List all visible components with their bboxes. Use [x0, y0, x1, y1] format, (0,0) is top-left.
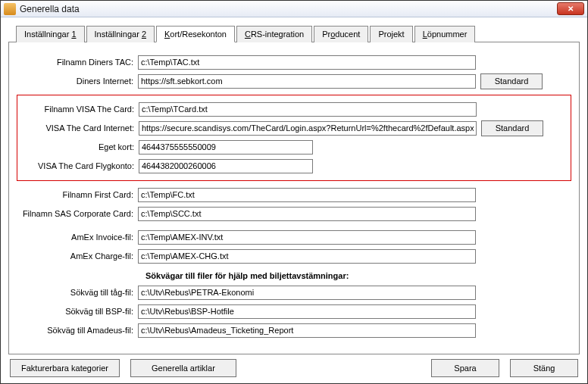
input-diners-tac[interactable] — [138, 55, 476, 70]
row-amadeus-fil: Sökväg till Amadeus-fil: — [17, 321, 571, 339]
input-tag-fil[interactable] — [138, 286, 476, 300]
row-diners-tac: Filnamn Diners TAC: — [17, 53, 571, 71]
app-icon — [4, 3, 16, 15]
tab-installningar-2[interactable]: Inställningar 2 — [86, 26, 155, 42]
row-sas-corp: Filnamn SAS Corporate Card: — [17, 204, 571, 223]
label-visa-flygkonto: VISA The Card Flygkonto: — [17, 161, 139, 170]
tab-strip: Inställningar 1 Inställningar 2 Kort/Res… — [16, 25, 580, 42]
row-visa-internet: VISA The Card Internet: Standard — [17, 119, 571, 137]
spara-button[interactable]: Spara — [431, 359, 499, 377]
input-amex-inv[interactable] — [138, 230, 476, 245]
input-sas-corp[interactable] — [138, 207, 476, 221]
row-visa-flygkonto: VISA The Card Flygkonto: — [17, 157, 571, 175]
standard-button-diners[interactable]: Standard — [480, 73, 543, 89]
row-eget-kort: Eget kort: — [17, 138, 571, 156]
titlebar: Generella data ✕ — [1, 1, 587, 17]
tab-producent[interactable]: Producent — [314, 26, 368, 42]
standard-button-visa[interactable]: Standard — [481, 120, 543, 136]
generella-artiklar-button[interactable]: Generella artiklar — [130, 359, 236, 377]
label-eget-kort: Eget kort: — [17, 142, 139, 151]
tab-kort-resekonton[interactable]: Kort/Resekonton — [156, 26, 235, 42]
row-tag-fil: Sökväg till tåg-fil: — [17, 283, 571, 301]
row-bsp-fil: Sökväg till BSP-fil: — [17, 302, 571, 320]
row-visa-filnamn: Filnamn VISA The Card: — [17, 100, 571, 118]
tab-panel: Filnamn Diners TAC: Diners Internet: Sta… — [8, 42, 580, 354]
label-amex-chg: AmEx Charge-fil: — [17, 251, 138, 261]
input-visa-flygkonto[interactable] — [139, 159, 313, 173]
tab-crs-integration[interactable]: CRS-integration — [236, 26, 312, 42]
label-sas-corp: Filnamn SAS Corporate Card: — [17, 209, 138, 218]
row-amex-inv: AmEx Invoice-fil: — [17, 228, 571, 246]
window-title: Generella data — [20, 4, 557, 14]
input-visa-internet[interactable] — [139, 121, 477, 136]
bottom-bar: Fakturerbara kategorier Generella artikl… — [8, 359, 580, 377]
label-amadeus-fil: Sökväg till Amadeus-fil: — [17, 326, 138, 335]
input-bsp-fil[interactable] — [138, 304, 476, 319]
label-diners-internet: Diners Internet: — [17, 76, 138, 86]
row-amex-chg: AmEx Charge-fil: — [17, 247, 571, 265]
input-eget-kort[interactable] — [139, 140, 313, 155]
close-button[interactable]: ✕ — [557, 2, 584, 15]
fakturerbara-kategorier-button[interactable]: Fakturerbara kategorier — [10, 359, 120, 377]
label-amex-inv: AmEx Invoice-fil: — [17, 233, 138, 242]
input-amadeus-fil[interactable] — [138, 323, 476, 338]
window: Generella data ✕ Inställningar 1 Inställ… — [0, 0, 588, 384]
label-bsp-fil: Sökväg till BSP-fil: — [17, 307, 138, 316]
body: Inställningar 1 Inställningar 2 Kort/Res… — [1, 17, 587, 383]
label-diners-tac: Filnamn Diners TAC: — [17, 58, 138, 67]
label-visa-internet: VISA The Card Internet: — [17, 123, 139, 133]
tab-projekt[interactable]: Projekt — [370, 26, 412, 42]
input-visa-filnamn[interactable] — [139, 102, 477, 117]
label-first-card: Filnamn First Card: — [17, 190, 138, 199]
input-diners-internet[interactable] — [138, 74, 476, 89]
label-tag-fil: Sökväg till tåg-fil: — [17, 288, 138, 297]
row-first-card: Filnamn First Card: — [17, 186, 571, 204]
row-diners-internet: Diners Internet: Standard — [17, 72, 571, 90]
input-amex-chg[interactable] — [138, 249, 476, 264]
label-visa-filnamn: Filnamn VISA The Card: — [17, 105, 139, 114]
section-heading-sokvagar: Sökvägar till filer för hjälp med biljet… — [145, 271, 571, 280]
stang-button[interactable]: Stäng — [510, 359, 578, 377]
tab-installningar-1[interactable]: Inställningar 1 — [16, 26, 85, 42]
input-first-card[interactable] — [138, 188, 476, 202]
tab-lopnummer[interactable]: Löpnummer — [414, 26, 476, 42]
highlight-box-visa: Filnamn VISA The Card: VISA The Card Int… — [17, 95, 571, 181]
